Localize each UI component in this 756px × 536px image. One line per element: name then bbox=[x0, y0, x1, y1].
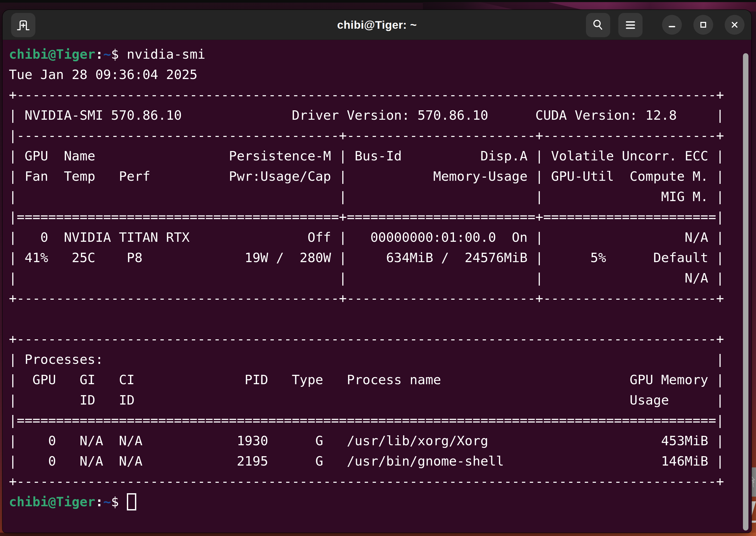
cursor-arrow-icon bbox=[751, 476, 755, 488]
nvidia-smi-line: | | | N/A | bbox=[9, 268, 751, 288]
menu-button[interactable] bbox=[618, 13, 643, 37]
nvidia-smi-line: | Processes: | bbox=[9, 349, 751, 370]
search-button[interactable] bbox=[586, 13, 610, 37]
maximize-icon bbox=[698, 19, 708, 30]
maximize-button[interactable] bbox=[693, 15, 713, 35]
terminal-screen[interactable]: chibi@Tiger:~$ nvidia-smiTue Jan 28 09:3… bbox=[3, 40, 751, 533]
titlebar[interactable]: chibi@Tiger: ~ bbox=[3, 10, 751, 40]
minimize-icon bbox=[667, 19, 677, 30]
search-icon bbox=[592, 18, 605, 32]
nvidia-smi-line: +---------------------------------------… bbox=[9, 288, 751, 309]
prompt-line: chibi@Tiger:~$ nvidia-smi bbox=[9, 44, 751, 64]
close-icon bbox=[729, 19, 740, 30]
nvidia-smi-line: | GPU GI CI PID Type Process name GPU Me… bbox=[9, 370, 751, 390]
prompt-user-host: chibi@Tiger bbox=[9, 494, 95, 509]
nvidia-smi-line: +---------------------------------------… bbox=[9, 471, 751, 492]
prompt-path: ~ bbox=[103, 494, 111, 509]
prompt-symbol: $ bbox=[111, 494, 126, 509]
nvidia-smi-line: | 0 N/A N/A 1930 G /usr/lib/xorg/Xorg 45… bbox=[9, 431, 751, 451]
prompt-line-current: chibi@Tiger:~$ bbox=[9, 492, 751, 512]
date-line: Tue Jan 28 09:36:04 2025 bbox=[9, 64, 751, 85]
prompt-separator: : bbox=[95, 47, 103, 62]
command-text: nvidia-smi bbox=[127, 47, 205, 62]
nvidia-smi-line: |---------------------------------------… bbox=[9, 125, 751, 146]
prompt-path: ~ bbox=[103, 47, 111, 62]
close-button[interactable] bbox=[725, 15, 744, 35]
nvidia-smi-line: | | | MIG M. | bbox=[9, 186, 751, 207]
hamburger-menu-icon bbox=[625, 20, 636, 30]
terminal-window: chibi@Tiger: ~ chibi bbox=[3, 10, 751, 533]
wallpaper-bottom-strip bbox=[0, 533, 756, 536]
nvidia-smi-line: |=======================================… bbox=[9, 410, 751, 431]
nvidia-smi-line: | ID ID Usage | bbox=[9, 390, 751, 410]
nvidia-smi-line: | 0 N/A N/A 2195 G /usr/bin/gnome-shell … bbox=[9, 451, 751, 471]
date-text: Tue Jan 28 09:36:04 2025 bbox=[9, 67, 198, 82]
prompt-user-host: chibi@Tiger bbox=[9, 47, 95, 62]
nvidia-smi-line: | Fan Temp Perf Pwr:Usage/Cap | Memory-U… bbox=[9, 166, 751, 186]
nvidia-smi-line: | NVIDIA-SMI 570.86.10 Driver Version: 5… bbox=[9, 105, 751, 125]
nvidia-smi-line bbox=[9, 309, 751, 329]
nvidia-smi-line: | 0 NVIDIA TITAN RTX Off | 00000000:01:0… bbox=[9, 227, 751, 248]
nvidia-smi-line: +---------------------------------------… bbox=[9, 329, 751, 349]
scrollbar-thumb[interactable] bbox=[743, 53, 748, 530]
minimize-button[interactable] bbox=[662, 15, 682, 35]
nvidia-smi-line: | 41% 25C P8 19W / 280W | 634MiB / 24576… bbox=[9, 248, 751, 268]
nvidia-smi-line: +---------------------------------------… bbox=[9, 85, 751, 105]
prompt-separator: : bbox=[95, 494, 103, 509]
nvidia-smi-line: |=======================================… bbox=[9, 207, 751, 227]
prompt-symbol: $ bbox=[111, 47, 126, 62]
nvidia-smi-line: | GPU Name Persistence-M | Bus-Id Disp.A… bbox=[9, 146, 751, 166]
terminal-cursor bbox=[127, 493, 136, 511]
